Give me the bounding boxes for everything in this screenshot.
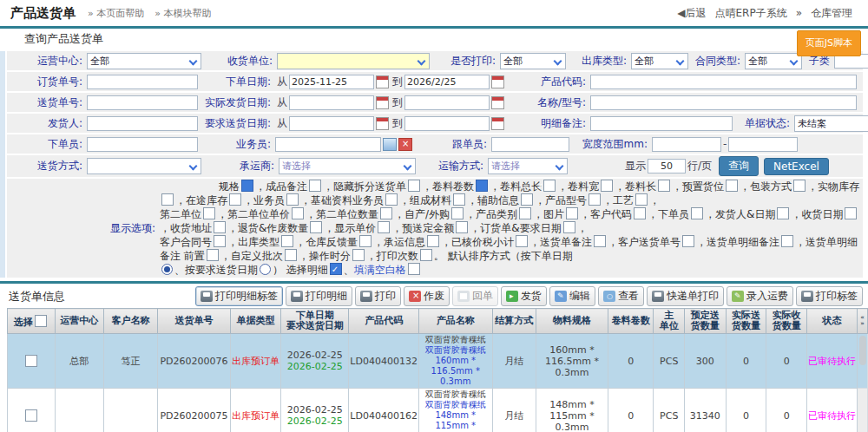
option-checkbox[interactable] [286,193,299,206]
clear-icon[interactable] [398,138,412,151]
option-checkbox[interactable] [292,207,304,219]
freight-entry-button[interactable]: 录入运费 [727,286,793,306]
option-checkbox[interactable] [543,180,556,192]
option-checkbox[interactable] [781,235,793,247]
breadcrumb-system[interactable]: 点晴ERP子系统 [715,6,787,21]
option-checkbox[interactable] [408,263,420,275]
option-checkbox[interactable] [207,249,219,261]
table-row[interactable]: 总部笃正PD260200076出库预订单2026-02-252026-02-25… [8,334,868,389]
option-checkbox[interactable] [330,263,342,275]
option-checkbox[interactable] [310,221,322,233]
option-checkbox[interactable] [777,207,789,219]
option-checkbox[interactable] [451,207,464,219]
calendar-icon[interactable] [491,96,504,109]
option-checkbox[interactable] [203,207,215,219]
option-checkbox[interactable] [601,180,613,192]
option-checkbox[interactable] [516,235,528,247]
actual-date-from-input[interactable] [289,95,374,110]
option-checkbox[interactable] [214,221,226,233]
calendar-icon[interactable] [491,75,504,88]
express-print-button[interactable]: 快递单打印 [647,286,724,306]
transport-select[interactable]: 请选择 [488,158,568,174]
option-checkbox[interactable] [453,193,465,206]
calendar-icon[interactable] [376,75,389,88]
option-checkbox[interactable] [566,207,578,219]
scrollbar-thumb[interactable] [859,336,866,365]
name-model-input[interactable] [590,95,857,110]
option-checkbox[interactable] [635,193,648,206]
option-checkbox[interactable] [594,235,606,247]
breadcrumb-module[interactable]: 仓库管理 [811,6,861,21]
sort-radio[interactable] [260,264,271,275]
product-name-link[interactable]: 双面背胶青稞纸160mm * 116.5mm * 0.3mm [420,345,491,387]
option-checkbox[interactable] [380,207,392,219]
option-checkbox[interactable] [352,249,365,261]
contract-type-select[interactable]: 全部 [745,53,802,69]
product-code-input[interactable] [590,75,857,89]
order-clerk-input[interactable] [87,137,198,152]
column-header-expander[interactable]: « » [858,309,868,334]
sort-radio[interactable] [161,264,173,275]
option-checkbox[interactable] [521,193,533,206]
print-button[interactable]: 打印 [355,286,401,306]
operation-center-select[interactable]: 全部 [87,53,201,69]
module-help-link[interactable]: » 本模块帮助 [155,7,211,20]
out-type-select[interactable]: 全部 [631,53,688,69]
row-checkbox[interactable] [25,409,37,422]
required-date-to-input[interactable] [404,116,490,131]
rows-per-page-input[interactable] [648,159,686,173]
netexcel-button[interactable]: NetExcel [764,158,829,175]
option-checkbox[interactable] [378,221,390,233]
option-checkbox[interactable] [427,235,439,247]
option-checkbox[interactable] [519,207,531,219]
option-checkbox[interactable] [408,180,420,192]
option-checkbox[interactable] [285,249,297,261]
shipper-input[interactable] [87,116,198,131]
order-no-input[interactable] [87,75,198,89]
void-button[interactable]: 作废 [404,286,450,306]
option-checkbox[interactable] [309,180,321,192]
option-checkbox[interactable] [589,193,601,206]
print-detail-button[interactable]: 打印明细 [286,286,352,306]
required-date-from-input[interactable] [289,116,374,131]
option-checkbox[interactable] [161,193,174,206]
option-checkbox[interactable] [456,221,468,233]
query-button[interactable]: 查询 [719,156,759,176]
printed-select[interactable]: 全部 [500,53,566,69]
calendar-icon[interactable] [376,96,389,109]
order-date-to-input[interactable] [404,75,490,89]
option-checkbox[interactable] [726,180,738,192]
back-button[interactable]: ◀后退 [677,6,706,21]
option-checkbox[interactable] [420,249,432,261]
option-checkbox[interactable] [241,180,253,192]
option-checkbox[interactable] [359,235,372,247]
option-checkbox[interactable] [476,180,488,192]
table-row[interactable]: PD260200075出库预订单2026-02-252026-02-25LD04… [8,389,868,432]
order-date-from-input[interactable] [289,75,374,89]
follower-input[interactable] [491,137,569,152]
width-max-input[interactable] [728,137,798,152]
width-min-input[interactable] [652,137,721,152]
option-checkbox[interactable] [845,207,857,219]
option-checkbox[interactable] [214,235,226,247]
calendar-icon[interactable] [376,117,389,130]
lookup-icon[interactable] [383,138,397,151]
option-checkbox[interactable] [563,221,575,233]
print-tag-button[interactable]: 打印标签 [796,286,863,306]
delivery-method-select[interactable] [87,158,201,174]
option-checkbox[interactable] [682,235,694,247]
calendar-icon[interactable] [491,117,504,130]
row-checkbox[interactable] [25,355,37,367]
view-button[interactable]: 查看 [598,286,644,306]
carrier-select[interactable]: 请选择 [279,158,416,174]
delivery-no-input[interactable] [87,95,198,110]
option-checkbox[interactable] [658,180,670,192]
product-name-link[interactable]: 双面背胶青稞纸148mm * 115mm * 0.3mm [420,400,491,432]
option-checkbox[interactable] [793,180,806,192]
salesman-input[interactable] [275,137,381,152]
page-help-link[interactable]: » 本页面帮助 [88,7,144,20]
ship-button[interactable]: 发货 [501,286,547,306]
page-js-script-button[interactable]: 页面JS脚本 [797,30,861,56]
doc-status-select[interactable]: 未结案 [794,115,868,132]
detail-note-input[interactable] [590,116,733,131]
